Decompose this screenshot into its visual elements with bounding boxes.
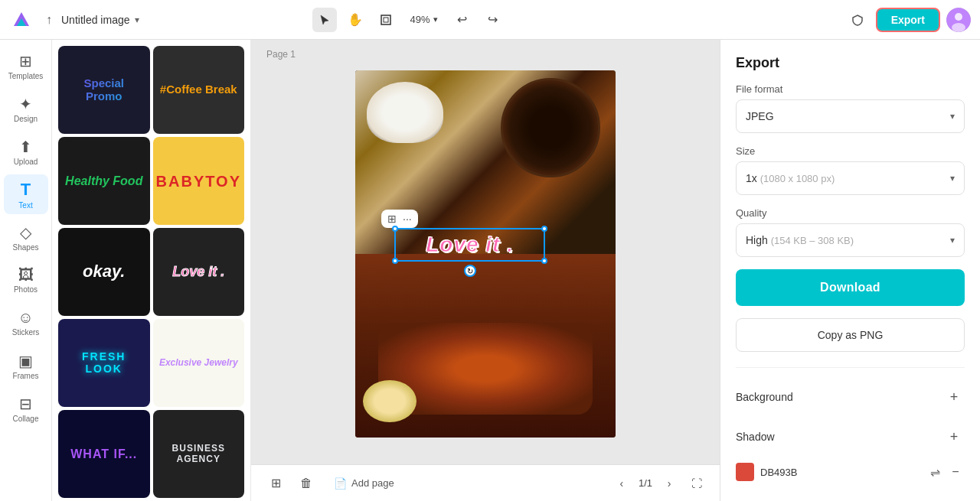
template-love-it[interactable]: Love it . — [153, 228, 245, 316]
template-what-if[interactable]: WHAT IF... — [58, 410, 150, 498]
add-page-label: Add page — [351, 477, 394, 489]
sidebar-item-design[interactable]: ✦ Design — [4, 89, 48, 129]
page-counter: 1/1 — [639, 477, 652, 489]
templates-panel: Special Promo #Coffee Break Healthy Food… — [52, 40, 251, 501]
svg-point-3 — [955, 13, 962, 21]
page-navigation: ‹ 1/1 › ⛶ — [611, 473, 707, 494]
zoom-chevron: ▾ — [433, 15, 438, 24]
zoom-button[interactable]: 49% ▾ — [404, 11, 444, 28]
shadow-remove-button[interactable]: − — [946, 463, 965, 481]
export-panel: Export File format JPEG ▾ Size 1x (1080 … — [720, 40, 980, 501]
divider — [736, 367, 965, 368]
templates-icon: ⊞ — [19, 52, 32, 70]
file-format-section: File format JPEG ▾ — [736, 83, 965, 133]
sidebar-item-collage[interactable]: ⊟ Collage — [4, 389, 48, 428]
shadow-label: Shadow — [736, 431, 775, 443]
settings-icon[interactable]: ⇌ — [930, 465, 940, 480]
next-page-button[interactable]: › — [658, 473, 680, 494]
size-section: Size 1x (1080 x 1080 px) ▾ — [736, 145, 965, 195]
size-dropdown[interactable]: 1x (1080 x 1080 px) ▾ — [736, 161, 965, 195]
design-icon: ✦ — [19, 95, 32, 113]
topbar-right-tools: Export — [845, 8, 971, 32]
sidebar-item-shapes[interactable]: ◇ Shapes — [4, 217, 48, 257]
background-label: Background — [736, 391, 793, 403]
redo-button[interactable]: ↪ — [481, 8, 505, 32]
svg-rect-1 — [384, 18, 388, 22]
document-title[interactable]: Untitled image — [61, 14, 130, 26]
delete-button[interactable]: 🗑 — [294, 471, 318, 496]
sauce-bowl — [363, 380, 416, 422]
ramen-bowl — [501, 78, 600, 177]
template-fresh-look[interactable]: FRESH LOOK — [58, 319, 150, 407]
text-icon: T — [21, 180, 31, 200]
selection-box[interactable]: Love it . ↻ — [394, 228, 545, 262]
hand-tool-button[interactable]: ✋ — [343, 8, 368, 32]
quality-chevron: ▾ — [950, 235, 955, 246]
page-thumbnail-button[interactable]: ⊞ — [263, 471, 288, 496]
frames-icon: ▣ — [18, 352, 33, 370]
quality-value: High (154 KB – 308 KB) — [746, 234, 854, 246]
template-coffee-break[interactable]: #Coffee Break — [153, 46, 245, 134]
topbar-center-tools: ✋ 49% ▾ ↩ ↪ — [312, 8, 505, 32]
size-label: Size — [736, 145, 965, 157]
sidebar-item-photos[interactable]: 🖼 Photos — [4, 260, 48, 300]
page-label: Page 1 — [266, 49, 296, 60]
download-button[interactable]: Download — [736, 269, 965, 306]
app-logo[interactable] — [9, 8, 34, 32]
shadow-row: Shadow + — [736, 423, 965, 451]
food-bottom-area — [355, 254, 616, 438]
file-format-label: File format — [736, 83, 965, 95]
sidebar-item-stickers[interactable]: ☺ Stickers — [4, 303, 48, 343]
template-special-promo[interactable]: Special Promo — [58, 46, 150, 134]
background-row: Background + — [736, 383, 965, 411]
shadow-add-button[interactable]: + — [943, 426, 965, 447]
handle-top-left[interactable] — [392, 226, 398, 232]
shadow-color-swatch[interactable] — [736, 463, 754, 481]
templates-grid: Special Promo #Coffee Break Healthy Food… — [52, 40, 250, 501]
add-page-icon: 📄 — [334, 477, 347, 490]
zoom-value: 49% — [410, 14, 430, 25]
quality-dropdown[interactable]: High (154 KB – 308 KB) ▾ — [736, 223, 965, 257]
export-panel-title: Export — [736, 55, 965, 71]
template-okay[interactable]: okay. — [58, 228, 150, 316]
svg-point-4 — [952, 23, 965, 32]
select-tool-button[interactable] — [312, 8, 337, 32]
add-page-button[interactable]: 📄 Add page — [325, 473, 403, 494]
fullscreen-button[interactable]: ⛶ — [686, 473, 707, 494]
photos-icon: 🖼 — [18, 266, 34, 284]
copy-png-button[interactable]: Copy as PNG — [736, 318, 965, 352]
sidebar-item-text[interactable]: T Text — [4, 174, 48, 214]
canvas-wrapper[interactable]: ⊞ ··· Love it . ↻ — [355, 70, 616, 438]
bottom-bar: ⊞ 🗑 📄 Add page ‹ 1/1 › ⛶ — [251, 464, 720, 501]
grid-icon-context[interactable]: ⊞ — [387, 213, 397, 225]
size-chevron: ▾ — [950, 173, 955, 184]
rice-bowl — [367, 82, 443, 143]
avatar[interactable] — [946, 8, 971, 32]
quality-label: Quality — [736, 207, 965, 219]
template-exclusive-jewelry[interactable]: Exclusive Jewelry — [153, 319, 245, 407]
sidebar-icons: ⊞ Templates ✦ Design ⬆ Upload T Text ◇ S… — [0, 40, 52, 501]
undo-button[interactable]: ↩ — [450, 8, 475, 32]
background-add-button[interactable]: + — [943, 386, 965, 408]
sidebar-item-templates[interactable]: ⊞ Templates — [4, 46, 48, 86]
template-healthy-food[interactable]: Healthy Food — [58, 137, 150, 225]
sidebar-item-frames[interactable]: ▣ Frames — [4, 346, 48, 386]
more-options-icon[interactable]: ··· — [403, 213, 412, 225]
collage-icon: ⊟ — [19, 395, 32, 413]
shadow-color-code: DB493B — [760, 467, 924, 478]
upload-icon-sidebar: ⬆ — [19, 138, 32, 156]
topbar: ↑ Untitled image ▾ ✋ 49% ▾ ↩ ↪ Export — [0, 0, 980, 40]
export-button[interactable]: Export — [876, 8, 940, 32]
svg-rect-0 — [381, 15, 390, 24]
shadow-color-row: DB493B ⇌ − — [736, 463, 965, 481]
prev-page-button[interactable]: ‹ — [611, 473, 632, 494]
file-format-dropdown[interactable]: JPEG ▾ — [736, 99, 965, 133]
template-business-agency[interactable]: BUSINESS AGENCY — [153, 410, 245, 498]
title-chevron[interactable]: ▾ — [135, 15, 139, 25]
sidebar-item-upload[interactable]: ⬆ Upload — [4, 132, 48, 171]
rotate-handle[interactable]: ↻ — [464, 265, 476, 277]
frame-tool-button[interactable] — [374, 8, 398, 32]
template-babytoy[interactable]: BABYTOY — [153, 137, 245, 225]
shield-icon-button[interactable] — [845, 8, 870, 32]
canvas-selected-text[interactable]: Love it . — [399, 233, 541, 257]
